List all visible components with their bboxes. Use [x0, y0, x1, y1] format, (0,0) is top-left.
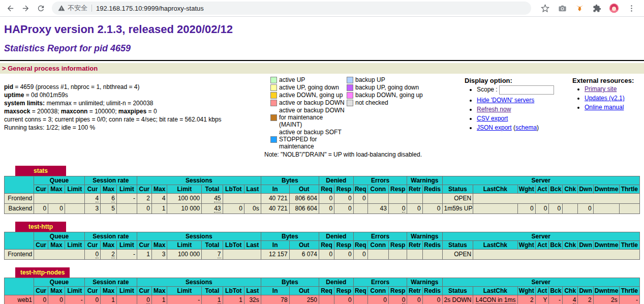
- stat-cell: 0: [549, 204, 563, 214]
- column-header: Req: [353, 185, 367, 194]
- column-header: Req: [319, 287, 334, 295]
- stat-cell: 2s: [593, 295, 619, 304]
- not-secure-warning-icon[interactable]: [58, 5, 68, 12]
- stat-cell: [319, 295, 334, 304]
- column-group-header: Session rate: [84, 278, 137, 287]
- legend-swatch: [270, 77, 277, 83]
- reload-button[interactable]: [35, 2, 47, 14]
- camera-extension-button[interactable]: [556, 2, 568, 14]
- page-title: HAProxy version 2.1.3, released 2020/02/…: [4, 23, 640, 36]
- tooltip-value: 0: [96, 251, 99, 258]
- column-header: Cur: [34, 241, 48, 250]
- stat-cell: [407, 194, 422, 204]
- general-info-row: pid = 4659 (process #1, nbproc = 1, nbth…: [4, 75, 640, 158]
- column-header: Retr: [407, 287, 422, 295]
- online-manual-link[interactable]: Online manual: [585, 104, 624, 111]
- stat-cell: 1: [202, 295, 223, 304]
- reload-icon: [37, 4, 45, 13]
- column-group-header: Sessions: [137, 232, 261, 241]
- stat-cell: [65, 204, 84, 214]
- stat-cell: [116, 204, 137, 214]
- stat-cell: 2: [517, 295, 535, 304]
- three-dot-menu-icon: [627, 4, 636, 13]
- row-name-cell: web1: [5, 295, 34, 304]
- header-corner-cell: [5, 278, 34, 295]
- stat-cell: 0: [334, 194, 354, 204]
- column-header: Max: [152, 185, 167, 194]
- column-header: Bck: [549, 287, 563, 295]
- stat-cell: 0: [407, 204, 422, 214]
- external-resources-list: Primary siteUpdates (v2.1)Online manual: [572, 85, 640, 111]
- updates-link[interactable]: Updates (v2.1): [585, 95, 625, 102]
- stat-cell: [388, 194, 407, 204]
- scope-input[interactable]: [499, 85, 554, 95]
- stat-cell: 0: [388, 295, 407, 304]
- header-columns-row: CurMaxLimitCurMaxLimitCurMaxLimitTotalLb…: [5, 241, 640, 250]
- row-name-cell: Frontend: [5, 250, 34, 260]
- proxy-table-stats: QueueSession rateSessionsBytesDeniedErro…: [4, 176, 640, 214]
- stat-cell: [473, 204, 517, 214]
- address-bar[interactable]: 不安全 192.168.175.10:9999/haproxy-status: [52, 2, 531, 15]
- schema-link[interactable]: schema: [515, 124, 537, 131]
- stat-cell: -: [619, 295, 639, 304]
- column-header: Cur: [34, 185, 48, 194]
- tooltip-value: 4: [96, 195, 99, 202]
- proxy-table-test-http-nodes: QueueSession rateSessionsBytesDeniedErro…: [4, 278, 640, 304]
- column-header: Out: [289, 241, 319, 250]
- back-button[interactable]: [4, 2, 16, 14]
- bookmark-star-button[interactable]: [539, 2, 551, 14]
- section-header: > General process information: [0, 63, 644, 74]
- process-info-line: current conns = 3; current pipes = 0/0; …: [4, 115, 270, 124]
- stat-cell: 0: [407, 295, 422, 304]
- column-group-header: Session rate: [84, 176, 137, 185]
- hide-down-servers-link[interactable]: Hide 'DOWN' servers: [477, 97, 534, 104]
- stat-cell: [593, 204, 619, 214]
- url-text[interactable]: 192.168.175.10:9999/haproxy-status: [96, 5, 204, 12]
- column-header: Resp: [334, 241, 354, 250]
- column-header: Cur: [34, 287, 48, 295]
- column-header: Thrtle: [619, 185, 639, 194]
- stat-cell: 3: [152, 250, 167, 260]
- back-arrow-icon: [6, 4, 15, 13]
- stat-cell: 40 721: [261, 204, 289, 214]
- column-header: Limit: [65, 185, 84, 194]
- column-header: Conn: [367, 241, 388, 250]
- display-options-list: Scope : Hide 'DOWN' serversRefresh nowCS…: [465, 85, 572, 131]
- process-info-line: maxsock = 200038; maxconn = 100000; maxp…: [4, 107, 270, 115]
- column-header: Max: [101, 287, 117, 295]
- menu-button[interactable]: [625, 2, 637, 14]
- column-header: Cur: [137, 241, 151, 250]
- column-header: Max: [152, 241, 167, 250]
- legend-item: not checked: [347, 99, 388, 106]
- primary-site-link[interactable]: Primary site: [585, 85, 617, 93]
- stat-cell: 43: [202, 204, 223, 214]
- column-group-header: Sessions: [137, 278, 261, 287]
- json-export-link[interactable]: JSON export: [477, 124, 512, 131]
- column-header: LastChk: [473, 241, 517, 250]
- legend-swatch: [270, 100, 277, 106]
- scope-label: Scope :: [477, 86, 499, 93]
- stat-cell: OPEN: [442, 250, 473, 260]
- stat-cell: 43: [367, 204, 388, 214]
- process-info-line: Running tasks: 1/22; idle = 100 %: [4, 124, 270, 132]
- column-group-header: Warnings: [407, 278, 442, 287]
- column-header: Limit: [167, 287, 202, 295]
- refresh-now-link[interactable]: Refresh now: [477, 106, 511, 113]
- stat-cell: 10 000: [167, 204, 202, 214]
- csv-export-link[interactable]: CSV export: [477, 115, 508, 122]
- metamask-extension-button[interactable]: [573, 2, 586, 14]
- tooltip-value: 0: [402, 296, 406, 304]
- column-header: Chk: [563, 185, 578, 194]
- column-header: Max: [48, 287, 65, 295]
- forward-button[interactable]: [19, 2, 32, 14]
- extensions-button[interactable]: [591, 2, 603, 14]
- column-header: LastChk: [473, 185, 517, 194]
- profile-avatar[interactable]: [608, 2, 620, 14]
- stat-cell: 6: [101, 194, 117, 204]
- legend-item: active DOWN, going up: [270, 92, 347, 99]
- legend-item: active or backup SOFT STOPPED for mainte…: [270, 129, 347, 150]
- stat-cell: 45: [202, 194, 223, 204]
- stat-cell: 2: [101, 250, 117, 260]
- browser-toolbar: 不安全 192.168.175.10:9999/haproxy-status: [0, 0, 644, 17]
- header-group-row: QueueSession rateSessionsBytesDeniedErro…: [5, 176, 640, 185]
